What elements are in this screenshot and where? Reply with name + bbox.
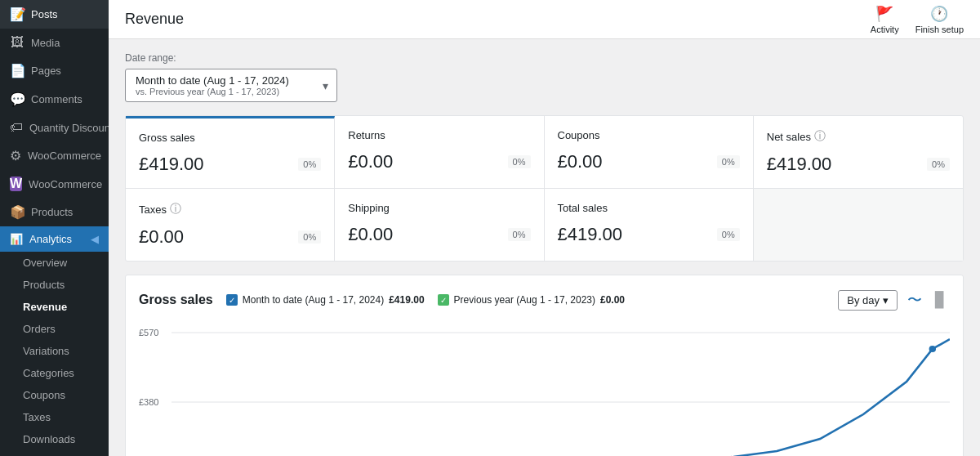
metric-shipping-row: £0.00 0% [348, 224, 530, 245]
metric-shipping-badge: 0% [508, 228, 531, 241]
legend-current-checkbox[interactable]: ✓ [226, 294, 238, 306]
sidebar-item-taxes[interactable]: Taxes [0, 406, 109, 428]
metric-net-sales-title: Net sales ⓘ [767, 129, 950, 144]
sidebar-item-cog-for-wc[interactable]: ⚙ WooCommerce [0, 141, 109, 170]
sidebar-item-orders[interactable]: Orders [0, 318, 109, 340]
analytics-icon: 📊 [10, 233, 23, 245]
metric-taxes[interactable]: Taxes ⓘ £0.00 0% [126, 189, 335, 261]
bar-chart-button[interactable]: ▊ [932, 289, 950, 311]
metric-taxes-badge: 0% [298, 230, 321, 244]
metric-gross-sales-title: Gross sales [139, 132, 321, 144]
gross-sales-title: Gross sales [139, 293, 213, 307]
line-chart-button[interactable]: 〜 [904, 288, 925, 311]
metric-coupons-title: Coupons [558, 129, 740, 141]
comments-icon: 💬 [10, 92, 24, 107]
metric-coupons-value: £0.00 [558, 151, 603, 172]
legend-current-value: £419.00 [389, 294, 424, 306]
metric-coupons-badge: 0% [717, 155, 740, 168]
metric-returns-badge: 0% [508, 155, 531, 168]
metric-coupons[interactable]: Coupons £0.00 0% [545, 116, 754, 189]
metric-returns-row: £0.00 0% [348, 151, 530, 172]
metric-total-sales-badge: 0% [717, 228, 740, 241]
metric-net-sales-row: £419.00 0% [767, 154, 950, 175]
legend-previous-value: £0.00 [600, 294, 625, 306]
date-range-main: Month to date (Aug 1 - 17, 2024) [136, 74, 310, 87]
sidebar-item-categories[interactable]: Categories [0, 362, 109, 384]
metric-gross-sales-row: £419.00 0% [139, 154, 321, 175]
metric-taxes-title: Taxes ⓘ [139, 202, 321, 217]
metric-returns-title: Returns [348, 129, 530, 141]
metric-empty [754, 189, 963, 261]
date-range-select[interactable]: Month to date (Aug 1 - 17, 2024) vs. Pre… [125, 69, 337, 102]
woocommerce-icon: W [10, 177, 22, 191]
quantity-discounts-icon: 🏷 [10, 120, 23, 135]
date-range-label: Date range: [125, 52, 964, 64]
sidebar-item-woocommerce[interactable]: W WooCommerce [0, 170, 109, 198]
cog-icon: ⚙ [10, 148, 21, 163]
legend-current: ✓ Month to date (Aug 1 - 17, 2024) £419.… [226, 294, 425, 306]
chart-svg [172, 324, 950, 456]
metric-total-sales-title: Total sales [558, 202, 740, 214]
metric-gross-sales[interactable]: Gross sales £419.00 0% [126, 116, 335, 189]
metric-returns-value: £0.00 [348, 151, 393, 172]
sidebar: 📝 Posts 🖼 Media 📄 Pages 💬 Comments 🏷 Qua… [0, 0, 109, 456]
activity-icon: 🚩 [875, 5, 893, 23]
metric-taxes-row: £0.00 0% [139, 226, 321, 248]
sidebar-item-variations[interactable]: Variations [0, 340, 109, 362]
sidebar-item-downloads[interactable]: Downloads [0, 428, 109, 450]
legend-previous: ✓ Previous year (Aug 1 - 17, 2023) £0.00 [438, 294, 625, 306]
analytics-arrow-icon: ◀ [91, 233, 99, 245]
finish-setup-button[interactable]: 🕐 Finish setup [915, 5, 964, 34]
products-icon: 📦 [10, 204, 24, 220]
media-icon: 🖼 [10, 35, 24, 50]
sidebar-item-pages[interactable]: 📄 Pages [0, 56, 109, 85]
sidebar-item-coupons[interactable]: Coupons [0, 384, 109, 406]
chart-area: £570 £380 £190 [139, 324, 950, 456]
legend-previous-checkbox[interactable]: ✓ [438, 294, 449, 306]
content-area: Date range: Month to date (Aug 1 - 17, 2… [109, 39, 980, 456]
analytics-submenu: Overview Products Revenue Orders Variati… [0, 252, 109, 456]
page-title: Revenue [125, 11, 184, 28]
svg-point-3 [929, 346, 936, 352]
taxes-info-icon: ⓘ [170, 202, 181, 217]
metric-shipping-value: £0.00 [348, 224, 393, 245]
metric-total-sales[interactable]: Total sales £419.00 0% [545, 189, 754, 261]
metric-shipping-title: Shipping [348, 202, 530, 214]
metrics-grid: Gross sales £419.00 0% Returns £0.00 0% [125, 115, 964, 262]
main-content: Revenue 🚩 Activity 🕐 Finish setup Date r… [109, 0, 980, 456]
metric-shipping[interactable]: Shipping £0.00 0% [335, 189, 544, 261]
chevron-down-icon: ▾ [883, 294, 889, 306]
pages-icon: 📄 [10, 63, 24, 78]
sidebar-item-stock[interactable]: Stock [0, 450, 109, 456]
metric-coupons-row: £0.00 0% [558, 151, 740, 172]
metric-taxes-value: £0.00 [139, 226, 184, 248]
sidebar-item-quantity-discounts[interactable]: 🏷 Quantity Discounts [0, 114, 109, 141]
sidebar-item-revenue[interactable]: Revenue [0, 296, 109, 318]
date-range-sub: vs. Previous year (Aug 1 - 17, 2023) [136, 87, 310, 96]
gross-sales-section: Gross sales ✓ Month to date (Aug 1 - 17,… [125, 275, 964, 456]
metric-net-sales[interactable]: Net sales ⓘ £419.00 0% [754, 116, 963, 189]
metric-gross-sales-value: £419.00 [139, 154, 204, 175]
activity-button[interactable]: 🚩 Activity [871, 5, 899, 34]
sidebar-item-posts[interactable]: 📝 Posts [0, 0, 109, 29]
posts-icon: 📝 [10, 7, 24, 22]
sidebar-item-media[interactable]: 🖼 Media [0, 29, 109, 56]
sidebar-item-products-sub[interactable]: Products [0, 274, 109, 296]
sidebar-item-comments[interactable]: 💬 Comments [0, 85, 109, 114]
metric-gross-sales-badge: 0% [298, 158, 321, 171]
by-day-button[interactable]: By day ▾ [838, 290, 898, 311]
sidebar-item-products[interactable]: 📦 Products [0, 198, 109, 226]
metric-net-sales-value: £419.00 [767, 154, 832, 175]
chart-y-labels: £570 £380 £190 [139, 324, 158, 456]
y-label-570: £570 [139, 328, 158, 338]
topbar: Revenue 🚩 Activity 🕐 Finish setup [109, 0, 980, 39]
sidebar-item-overview[interactable]: Overview [0, 252, 109, 274]
y-label-380: £380 [139, 397, 158, 407]
metric-total-sales-row: £419.00 0% [558, 224, 740, 245]
sidebar-item-analytics[interactable]: 📊 Analytics ◀ [0, 226, 109, 252]
chevron-down-icon: ▾ [323, 79, 328, 92]
metric-returns[interactable]: Returns £0.00 0% [335, 116, 544, 189]
metric-net-sales-badge: 0% [927, 158, 950, 171]
metric-total-sales-value: £419.00 [558, 224, 623, 245]
net-sales-info-icon: ⓘ [814, 129, 826, 144]
